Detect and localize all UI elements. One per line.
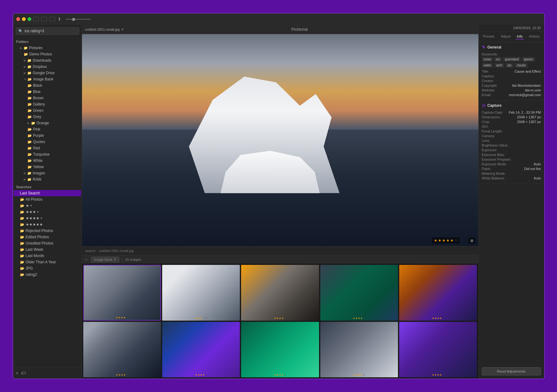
reset-adjustments-button[interactable]: Reset Adjustments xyxy=(482,367,541,375)
sidebar-item-quotes[interactable]: 📂 Quotes xyxy=(14,139,81,145)
sidebar-item-demo-photos[interactable]: 📂 Demo Photos xyxy=(14,51,81,57)
minimize-button[interactable] xyxy=(22,17,26,21)
search-input[interactable]: ice rating>3 xyxy=(25,29,44,33)
thumb-rating: ★★★★☆ xyxy=(353,374,365,376)
share-icon[interactable]: ⬆ xyxy=(58,17,61,22)
sidebar-item-green[interactable]: 📂 Green xyxy=(14,107,81,114)
folder-icon: 📂 xyxy=(28,84,32,88)
thumbnail-item[interactable]: ★★★★☆ xyxy=(320,322,398,377)
thumbnail-item[interactable]: ★★★★☆ xyxy=(399,322,477,377)
tab-history[interactable]: History xyxy=(528,34,541,39)
folders-section-title: Folders xyxy=(13,37,82,45)
sidebar-item-label: Grey xyxy=(33,115,41,119)
close-button[interactable] xyxy=(16,17,20,21)
tab-filename[interactable]: untitled-2651-small.jpg xyxy=(85,28,120,31)
sidebar-item-image-bank[interactable]: ▼ 📂 Image Bank xyxy=(14,76,81,82)
sidebar-item-label: Red xyxy=(33,146,40,150)
thumbnail-item[interactable]: ★★★★☆ xyxy=(241,265,319,320)
chevron-right-icon: ▶ xyxy=(20,46,22,49)
sidebar-item-black[interactable]: 📂 Black xyxy=(14,82,81,89)
thumbnail-item[interactable]: ★★★★☆ xyxy=(83,322,161,377)
sidebar-item-last-search[interactable]: Last Search xyxy=(14,190,81,196)
sidebar-item-4star[interactable]: 📂 ★★★★ + xyxy=(14,215,81,221)
star-5[interactable]: ★ xyxy=(450,238,454,243)
sidebar-item-pictures[interactable]: ▶ 📁 Pictures xyxy=(14,45,81,51)
star-6[interactable]: ☆ xyxy=(454,238,458,243)
thumbnail-item[interactable]: ★★★★☆ xyxy=(83,265,161,320)
sidebar-item-grey[interactable]: 📂 Grey xyxy=(14,114,81,120)
thumbnail-item[interactable]: ★★★★☆ xyxy=(162,322,240,377)
sidebar-item-last-month[interactable]: 📂 Last Month xyxy=(14,253,81,259)
sidebar-item-red[interactable]: 📂 Red xyxy=(14,145,81,151)
tab-info[interactable]: Info xyxy=(516,34,524,39)
zoom-slider[interactable] xyxy=(66,19,91,20)
sidebar-item-images[interactable]: ▶ 📁 Images xyxy=(14,170,81,176)
sidebar-item-last-week[interactable]: 📂 Last Week xyxy=(14,246,81,253)
tab-adjust[interactable]: Adjust xyxy=(500,34,512,39)
sidebar-item-label: Orange xyxy=(37,121,49,125)
main-photo-area: ★ ★ ★ ★ ★ ☆ ▦ xyxy=(82,34,478,246)
title-row: Title: Cause and Effect xyxy=(482,70,541,73)
sidebar-item-brown[interactable]: 📂 Brown xyxy=(14,95,81,101)
exposure-program-row: Exposure Program: xyxy=(482,157,541,161)
sidebar-item-gallery[interactable]: 📂 Gallery xyxy=(14,101,81,107)
sidebar-item-google-drive[interactable]: ▶ 📁 Google Drive xyxy=(14,70,81,76)
sidebar-item-label: Pink xyxy=(33,127,40,132)
sidebar-item-label: Purple xyxy=(33,133,44,138)
thumbnail-item[interactable]: ★★★★☆ xyxy=(399,265,477,320)
sidebar-item-edited[interactable]: 📂 Edited Photos xyxy=(14,234,81,240)
sidebar-item-white[interactable]: 📂 White xyxy=(14,157,81,164)
star-4[interactable]: ★ xyxy=(446,238,450,243)
folder-icon: 📂 xyxy=(28,96,32,100)
add-folder-button[interactable]: + xyxy=(16,370,18,376)
main-photo-canvas[interactable] xyxy=(82,34,478,246)
thumbnail-item[interactable]: ★★★☆☆ xyxy=(162,265,240,320)
sidebar-item-yellow[interactable]: 📂 Yellow xyxy=(14,164,81,170)
sidebar-item-dropbox[interactable]: ▶ 📁 Dropbox xyxy=(14,64,81,70)
sidebar-item-2star[interactable]: 📂 ★ + xyxy=(14,203,81,209)
view-toggle-icon[interactable] xyxy=(41,17,47,21)
tag-button[interactable]: 🏷 xyxy=(21,370,26,376)
sidebar-item-blue[interactable]: 📂 Blue xyxy=(14,89,81,95)
thumbnail-item[interactable]: ★★★★☆ xyxy=(241,322,319,377)
star-1[interactable]: ★ xyxy=(434,238,437,243)
copyright-row: Copyright: Itai Monnickendam xyxy=(482,84,541,87)
sidebar-item-rejected[interactable]: 📂 Rejected Photos xyxy=(14,228,81,234)
sidebar-item-5star[interactable]: 📂 ★★★★★ xyxy=(14,221,81,228)
sidebar-bottom-bar: + 🏷 xyxy=(13,368,82,379)
folder-icon: 📂 xyxy=(20,204,24,208)
sidebar-item-label: Yellow xyxy=(33,165,44,169)
sidebar-item-all-photos[interactable]: 📂 All Photos xyxy=(14,196,81,203)
lens-row: Lens: xyxy=(482,139,541,142)
sidebar-item-3star[interactable]: 📂 ★★★ + xyxy=(14,209,81,215)
sidebar-item-turquoise[interactable]: 📂 Turquoise xyxy=(14,151,81,157)
sidebar-item-label: RAW xyxy=(33,177,42,182)
bottom-strip: in: Image Bank ▼ | 15 images xyxy=(82,255,478,264)
sidebar-item-pink[interactable]: 📂 Pink xyxy=(14,126,81,132)
sidebar-item-label: ★★★ + xyxy=(26,210,39,214)
sidebar-toggle-icon[interactable] xyxy=(33,17,39,21)
photo-action-button[interactable]: ▦ xyxy=(468,238,475,244)
sidebar-item-orange[interactable]: ▶ 📁 Orange xyxy=(14,120,81,126)
sidebar-item-raw[interactable]: ▶ 📁 RAW xyxy=(14,176,81,183)
sidebar-item-older-year[interactable]: 📂 Older Than A Year xyxy=(14,259,81,265)
sidebar-item-purple[interactable]: 📂 Purple xyxy=(14,132,81,139)
sidebar-item-unedited[interactable]: 📂 Unedited Photos xyxy=(14,240,81,246)
star-3[interactable]: ★ xyxy=(442,238,446,243)
center-top-bar: untitled-2651-small.jpg + Picktorial xyxy=(82,25,478,34)
slider-thumb[interactable] xyxy=(72,18,75,21)
tab-presets[interactable]: Presets xyxy=(482,34,496,39)
thumbnail-item[interactable]: ★★★★☆ xyxy=(320,265,398,320)
keyword-clouds: clouds xyxy=(515,63,528,68)
add-tab-button[interactable]: + xyxy=(121,27,124,32)
search-box[interactable]: 🔍 ice rating>3 xyxy=(16,27,79,35)
sidebar-item-rating2[interactable]: 📂 rating2 xyxy=(14,271,81,278)
sidebar-item-jpg[interactable]: 📂 JPG xyxy=(14,265,81,271)
folder-icon: 📂 xyxy=(20,260,24,264)
panel-toggle-icon[interactable] xyxy=(49,17,55,21)
sidebar-item-downloads[interactable]: ▶ 📁 Downloads xyxy=(14,57,81,64)
location-badge[interactable]: Image Bank ▼ xyxy=(91,257,119,262)
star-2[interactable]: ★ xyxy=(438,238,441,243)
maximize-button[interactable] xyxy=(28,17,31,21)
breadcrumb-separator: › xyxy=(97,249,98,253)
